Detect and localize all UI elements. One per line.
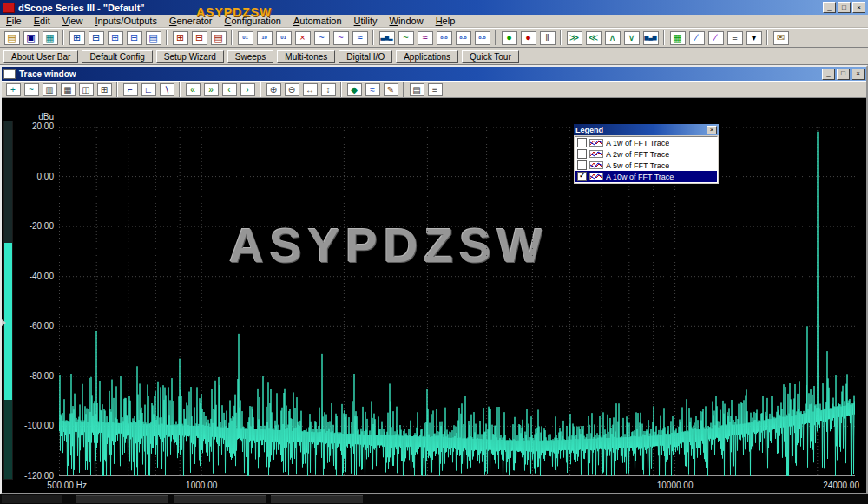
legend-checkbox[interactable]: ✓ [577, 172, 587, 181]
taskbar-item[interactable] [76, 495, 168, 503]
record-icon[interactable]: ● [519, 29, 537, 46]
legend-item[interactable]: A 5w of FFT Trace [575, 160, 717, 171]
slope-line-icon[interactable]: ∖ [158, 82, 175, 97]
save-icon[interactable]: ▣ [22, 29, 40, 46]
bitstream-a-icon[interactable]: 01 [236, 29, 254, 46]
sweep-down-icon[interactable]: ∨ [622, 29, 641, 46]
trace-window-title-bar[interactable]: Trace window _ □ × [2, 67, 866, 81]
close-icon[interactable]: × [852, 2, 865, 13]
zoom-y-icon[interactable]: ↕ [319, 82, 337, 97]
limit-lower-icon[interactable]: ∟ [140, 82, 157, 97]
tab-digital-i-o[interactable]: Digital I/O [339, 50, 392, 63]
maximize-icon[interactable]: □ [838, 2, 851, 13]
limit-upper-icon[interactable]: ⌐ [122, 82, 139, 97]
open-icon[interactable]: ▤ [3, 29, 21, 46]
marker-icon[interactable]: ◆ [345, 82, 363, 97]
legend-item[interactable]: A 2w of FFT Trace [575, 148, 717, 160]
scope-panel-icon[interactable]: ~ [397, 29, 415, 46]
analog-inputs-icon[interactable]: ⊟ [87, 29, 105, 46]
trace-minimize-icon[interactable]: _ [822, 69, 835, 80]
autoscale-icon[interactable]: + [4, 82, 22, 97]
meter-b-icon[interactable]: 8.8 [454, 29, 472, 46]
analyzer-panel-icon[interactable]: ⊟ [190, 29, 208, 46]
fft-trace-plot[interactable] [59, 127, 855, 476]
menu-utility[interactable]: Utility [348, 15, 384, 27]
dropdown-icon[interactable]: ▾ [745, 29, 763, 46]
trace-maximize-icon[interactable]: □ [837, 69, 850, 80]
annotate-icon[interactable]: ✎ [382, 82, 399, 97]
legend-checkbox[interactable] [577, 138, 587, 147]
legend-title-bar[interactable]: Legend × [574, 124, 719, 135]
waveform-b-icon[interactable]: ~ [332, 29, 350, 46]
peak-prev-icon[interactable]: ‹ [220, 82, 238, 97]
menu-configuration[interactable]: Configuration [218, 15, 286, 27]
legend-item[interactable]: A 1w of FFT Trace [575, 137, 717, 148]
mute-icon[interactable]: × [293, 29, 312, 46]
digital-inputs-icon[interactable]: ⊟ [125, 29, 143, 46]
regulation-icon[interactable]: ▦ [668, 29, 687, 46]
legend-checkbox[interactable] [577, 160, 587, 170]
tab-sweeps[interactable]: Sweeps [227, 50, 274, 63]
legend-checkbox[interactable] [577, 149, 587, 159]
title-bar[interactable]: dScope Series III - "Default" _ □ × [0, 0, 868, 15]
axes-setup-icon[interactable]: ⊞ [95, 82, 113, 97]
zoom-x-icon[interactable]: ↔ [301, 82, 319, 97]
settings-icon[interactable]: ≡ [426, 82, 444, 97]
settings-panel-icon[interactable]: ▤ [209, 29, 227, 46]
tab-about-user-bar[interactable]: About User Bar [3, 50, 78, 63]
sweep-up-icon[interactable]: ∧ [603, 29, 621, 46]
tab-multi-tones[interactable]: Multi-tones [277, 50, 335, 63]
run-icon[interactable]: ● [500, 29, 518, 46]
zoom-in-icon[interactable]: ⊕ [265, 82, 282, 97]
menu-window[interactable]: Window [384, 15, 430, 27]
cursor-prev-icon[interactable]: « [184, 82, 201, 97]
menu-inputs-outputs[interactable]: Inputs/Outputs [89, 15, 163, 27]
legend-close-icon[interactable]: × [707, 126, 717, 134]
bar-graph-icon[interactable]: ▅▃▆ [641, 29, 660, 46]
digital-outputs-icon[interactable]: ⊞ [106, 29, 124, 46]
analog-outputs-icon[interactable]: ⊞ [68, 29, 86, 46]
legend-window[interactable]: Legend × A 1w of FFT TraceA 2w of FFT Tr… [573, 123, 720, 185]
smooth-icon[interactable]: ≈ [364, 82, 381, 97]
fit-trace-icon[interactable]: ~ [23, 82, 40, 97]
sweep-reverse-icon[interactable]: ≪ [584, 29, 602, 46]
bitstream-b-icon[interactable]: 10 [255, 29, 273, 46]
pause-icon[interactable]: ‖ [538, 29, 556, 46]
export-icon[interactable]: ▤ [408, 82, 425, 97]
tab-applications[interactable]: Applications [396, 50, 458, 63]
peak-next-icon[interactable]: › [239, 82, 256, 97]
menu-help[interactable]: Help [430, 15, 462, 27]
menu-generator[interactable]: Generator [163, 15, 219, 27]
taskbar-item[interactable] [174, 495, 266, 503]
save-all-icon[interactable]: ▦ [41, 29, 59, 46]
generator-panel-icon[interactable]: ⊞ [171, 29, 189, 46]
waveform-a-icon[interactable]: ~ [312, 29, 331, 46]
meter-a-icon[interactable]: 8.8 [435, 29, 453, 46]
menu-view[interactable]: View [56, 15, 89, 27]
fft-panel-icon[interactable]: ▃▅▂ [378, 29, 396, 46]
plot-area[interactable]: dBu 20.000.00-20.00-40.00-60.00-80.00-10… [2, 98, 866, 493]
minimize-icon[interactable]: _ [823, 2, 836, 13]
mail-icon[interactable]: ✉ [772, 29, 790, 46]
tab-quick-tour[interactable]: Quick Tour [462, 50, 519, 63]
script-icon[interactable]: ≡ [726, 29, 744, 46]
menu-automation[interactable]: Automation [287, 15, 348, 27]
table-view-icon[interactable]: ▦ [59, 82, 76, 97]
cursor-next-icon[interactable]: » [202, 82, 220, 97]
tab-setup-wizard[interactable]: Setup Wizard [156, 50, 224, 63]
waveform-c-icon[interactable]: ≈ [351, 29, 369, 46]
slope-a-icon[interactable]: ∕ [687, 29, 706, 46]
zoom-out-icon[interactable]: ⊖ [283, 82, 300, 97]
channel-check-icon[interactable]: ▤ [144, 29, 162, 46]
menu-edit[interactable]: Edit [28, 15, 56, 27]
meter-c-icon[interactable]: 8.8 [473, 29, 491, 46]
menu-file[interactable]: File [0, 15, 28, 27]
tab-default-config[interactable]: Default Config [82, 50, 152, 63]
slope-b-icon[interactable]: ∕ [707, 29, 725, 46]
sweep-panel-icon[interactable]: ≈ [416, 29, 434, 46]
legend-item[interactable]: ✓A 10w of FFT Trace [575, 171, 717, 182]
trace-close-icon[interactable]: × [852, 69, 865, 80]
split-view-icon[interactable]: ◫ [77, 82, 95, 97]
sweep-forward-icon[interactable]: ≫ [565, 29, 583, 46]
copy-graph-icon[interactable]: ▥ [41, 82, 58, 97]
